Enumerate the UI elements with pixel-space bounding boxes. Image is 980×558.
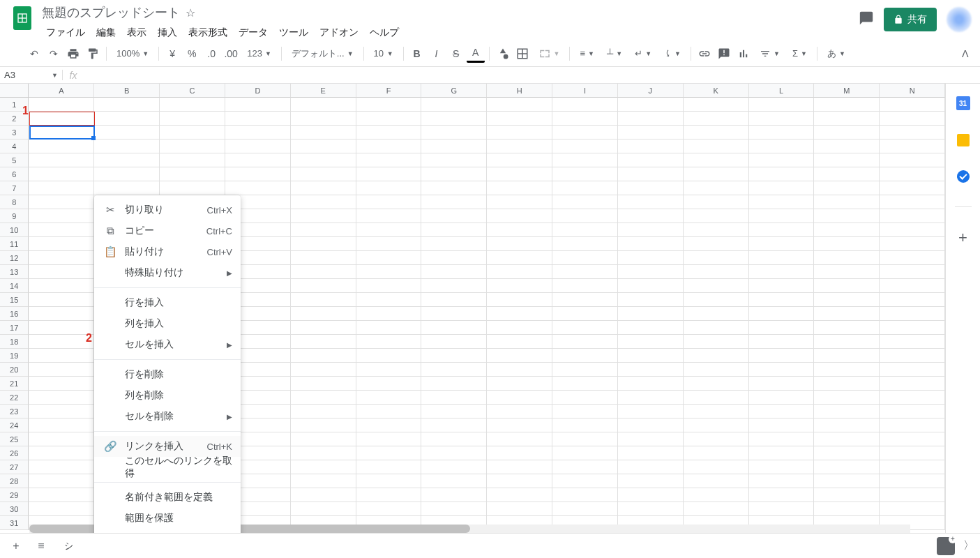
cell[interactable] bbox=[684, 293, 749, 307]
cell[interactable] bbox=[29, 418, 94, 432]
cell[interactable] bbox=[356, 223, 422, 237]
cell[interactable] bbox=[291, 377, 356, 391]
decrease-decimal-button[interactable]: .0 bbox=[202, 45, 220, 63]
cell[interactable] bbox=[225, 98, 291, 112]
menu-data[interactable]: データ bbox=[234, 24, 272, 42]
cell[interactable] bbox=[356, 195, 422, 209]
cell[interactable] bbox=[618, 209, 684, 223]
cell[interactable] bbox=[552, 363, 618, 377]
cell[interactable] bbox=[291, 446, 356, 460]
cell[interactable] bbox=[291, 209, 356, 223]
cell[interactable] bbox=[356, 209, 422, 223]
cell[interactable] bbox=[160, 98, 225, 112]
cell[interactable] bbox=[225, 167, 291, 181]
row-header[interactable]: 5 bbox=[0, 153, 29, 167]
cell[interactable] bbox=[487, 488, 552, 502]
cell[interactable] bbox=[618, 181, 684, 195]
cell[interactable] bbox=[749, 223, 815, 237]
cell[interactable] bbox=[552, 307, 618, 321]
cell[interactable] bbox=[814, 474, 880, 488]
cell[interactable] bbox=[487, 126, 552, 140]
cell[interactable] bbox=[29, 363, 94, 377]
explore-button[interactable] bbox=[937, 537, 955, 555]
row-header[interactable]: 20 bbox=[0, 363, 29, 377]
cell[interactable] bbox=[160, 167, 225, 181]
cell[interactable] bbox=[749, 502, 815, 516]
cell[interactable] bbox=[291, 265, 356, 279]
cell[interactable] bbox=[749, 405, 815, 418]
cell[interactable] bbox=[356, 349, 422, 363]
cell[interactable] bbox=[94, 167, 160, 181]
row-header[interactable]: 29 bbox=[0, 488, 29, 502]
cell[interactable] bbox=[421, 446, 487, 460]
menu-item-cut[interactable]: ✂切り取りCtrl+X bbox=[94, 199, 241, 220]
cell[interactable] bbox=[291, 307, 356, 321]
cell[interactable] bbox=[356, 153, 422, 167]
cell[interactable] bbox=[749, 265, 815, 279]
cell[interactable] bbox=[421, 237, 487, 251]
select-all-corner[interactable] bbox=[0, 84, 29, 98]
cell[interactable] bbox=[880, 140, 945, 153]
cell[interactable] bbox=[552, 460, 618, 474]
cell[interactable] bbox=[749, 474, 815, 488]
cell[interactable] bbox=[749, 140, 815, 153]
cell[interactable] bbox=[749, 307, 815, 321]
cell[interactable] bbox=[487, 446, 552, 460]
cell[interactable] bbox=[880, 405, 945, 418]
cell[interactable] bbox=[684, 112, 749, 126]
cell[interactable] bbox=[618, 112, 684, 126]
cell[interactable] bbox=[749, 432, 815, 446]
row-header[interactable]: 27 bbox=[0, 460, 29, 474]
cell[interactable] bbox=[160, 112, 225, 126]
cell[interactable] bbox=[749, 98, 815, 112]
account-avatar[interactable] bbox=[947, 7, 972, 32]
text-color-button[interactable]: A bbox=[467, 45, 485, 63]
cell[interactable] bbox=[421, 363, 487, 377]
cell[interactable] bbox=[880, 209, 945, 223]
cell[interactable] bbox=[552, 153, 618, 167]
cell[interactable] bbox=[684, 474, 749, 488]
cell[interactable] bbox=[684, 237, 749, 251]
comments-icon[interactable] bbox=[859, 10, 874, 29]
cell[interactable] bbox=[356, 391, 422, 405]
menu-item-insert-col[interactable]: 列を挿入 bbox=[94, 313, 241, 334]
column-header-K[interactable]: K bbox=[684, 84, 749, 98]
cell[interactable] bbox=[814, 349, 880, 363]
cell[interactable] bbox=[880, 502, 945, 516]
cell[interactable] bbox=[880, 432, 945, 446]
cell[interactable] bbox=[552, 418, 618, 432]
cell[interactable] bbox=[684, 488, 749, 502]
cell[interactable] bbox=[487, 112, 552, 126]
row-header[interactable]: 24 bbox=[0, 418, 29, 432]
cell[interactable] bbox=[749, 237, 815, 251]
cell[interactable] bbox=[618, 140, 684, 153]
cell[interactable] bbox=[618, 335, 684, 349]
cell[interactable] bbox=[160, 140, 225, 153]
column-header-H[interactable]: H bbox=[487, 84, 552, 98]
cell[interactable] bbox=[880, 98, 945, 112]
cell[interactable] bbox=[291, 181, 356, 195]
menu-item-copy[interactable]: ⧉コピーCtrl+C bbox=[94, 220, 241, 241]
cell[interactable] bbox=[814, 377, 880, 391]
cell[interactable] bbox=[487, 98, 552, 112]
cell[interactable] bbox=[684, 265, 749, 279]
add-addon-icon[interactable]: + bbox=[956, 231, 970, 245]
cell[interactable] bbox=[749, 153, 815, 167]
all-sheets-button[interactable]: ≡ bbox=[31, 536, 52, 557]
row-header[interactable]: 10 bbox=[0, 223, 29, 237]
cell[interactable] bbox=[421, 405, 487, 418]
column-header-B[interactable]: B bbox=[94, 84, 160, 98]
menu-item-insert-cell[interactable]: セルを挿入▶ bbox=[94, 334, 241, 355]
cell[interactable] bbox=[421, 377, 487, 391]
cell[interactable] bbox=[749, 335, 815, 349]
cell[interactable] bbox=[94, 112, 160, 126]
cell[interactable] bbox=[814, 209, 880, 223]
cell[interactable] bbox=[421, 167, 487, 181]
cell[interactable] bbox=[684, 418, 749, 432]
cell[interactable] bbox=[291, 98, 356, 112]
cell[interactable] bbox=[291, 321, 356, 335]
cell[interactable] bbox=[356, 460, 422, 474]
cell[interactable] bbox=[356, 307, 422, 321]
menu-item-protect[interactable]: 範囲を保護 bbox=[94, 508, 241, 529]
menu-edit[interactable]: 編集 bbox=[92, 24, 120, 42]
